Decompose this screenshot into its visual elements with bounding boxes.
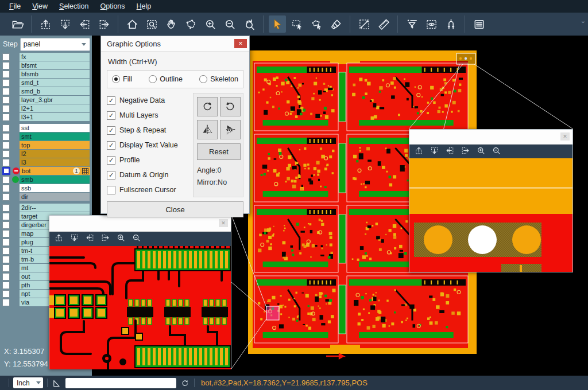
toolbar-overflow-icon[interactable]: ⌄ bbox=[581, 17, 586, 25]
shift-down-icon[interactable] bbox=[56, 15, 74, 33]
grid-icon[interactable] bbox=[82, 168, 88, 174]
set-square-icon[interactable] bbox=[52, 378, 62, 388]
zoom-polygon-icon[interactable] bbox=[182, 15, 199, 33]
zoom-view-left[interactable] bbox=[49, 246, 231, 369]
layer-row-layer_3.gbr[interactable]: layer_3.gbr bbox=[0, 96, 92, 104]
layer-checkbox-map[interactable] bbox=[2, 230, 10, 237]
shift-right-icon[interactable] bbox=[95, 15, 113, 33]
layer-row-smd_b[interactable]: smd_b bbox=[0, 87, 92, 95]
layer-checkbox-out[interactable] bbox=[2, 273, 10, 280]
layer-name[interactable]: ssb bbox=[20, 184, 90, 192]
rotate-ccw-button[interactable] bbox=[220, 97, 241, 116]
layer-checkbox-pth[interactable] bbox=[2, 282, 10, 289]
menu-item-selection[interactable]: Selection bbox=[53, 1, 94, 11]
layer-checkbox-smd_b[interactable] bbox=[2, 88, 10, 95]
layer-checkbox-bfsmb[interactable] bbox=[2, 71, 10, 78]
layer-name[interactable]: sst bbox=[20, 124, 90, 132]
option-fullscreen-cursor[interactable]: Fullscreen Cursor bbox=[107, 182, 193, 197]
layer-name[interactable]: smd_t bbox=[20, 79, 90, 87]
layer-checkbox-l2[interactable] bbox=[2, 150, 10, 158]
mirror-horizontal-button[interactable] bbox=[197, 120, 218, 139]
layer-row-smb[interactable]: smb bbox=[0, 176, 92, 184]
zoom-in-icon[interactable] bbox=[202, 15, 219, 33]
layer-checkbox-tm-b[interactable] bbox=[2, 256, 10, 263]
checkbox[interactable]: ✓ bbox=[107, 111, 115, 120]
measure-ruler-icon[interactable] bbox=[375, 15, 392, 33]
reset-button[interactable]: Reset bbox=[197, 143, 241, 160]
close-button[interactable]: Close bbox=[107, 201, 243, 217]
layer-name[interactable]: fx bbox=[20, 53, 90, 61]
open-folder-icon[interactable] bbox=[9, 15, 26, 33]
option-multi-layers[interactable]: ✓Multi Layers bbox=[107, 108, 193, 123]
option-step-repeat[interactable]: ✓Step & Repeat bbox=[107, 123, 193, 138]
layer-row-l2+1[interactable]: l2+1 bbox=[0, 104, 92, 112]
layer-row-bfsmt[interactable]: bfsmt bbox=[0, 61, 92, 69]
option-datum-origin[interactable]: ✓Datum & Origin bbox=[107, 167, 193, 182]
layer-name[interactable]: l2+1 bbox=[20, 104, 90, 112]
radio-fill[interactable]: Fill bbox=[112, 75, 132, 83]
layer-checkbox-bfsmt[interactable] bbox=[2, 62, 10, 69]
layer-name[interactable]: dir bbox=[20, 193, 90, 201]
snap-icon[interactable] bbox=[442, 15, 459, 33]
layer-row-smd_t[interactable]: smd_t bbox=[0, 79, 92, 87]
layer-checkbox-plug[interactable] bbox=[2, 239, 10, 246]
checkbox[interactable]: ✓ bbox=[107, 171, 115, 180]
layer-row-l2[interactable]: l2 bbox=[0, 150, 92, 158]
layer-checkbox-target[interactable] bbox=[2, 213, 10, 220]
shift-left-icon[interactable] bbox=[76, 15, 93, 33]
shift-up-icon[interactable] bbox=[414, 146, 424, 158]
layer-checkbox-smb[interactable] bbox=[2, 176, 10, 184]
layer-checkbox-via[interactable] bbox=[2, 299, 10, 306]
layer-row-sst[interactable]: sst bbox=[0, 124, 92, 132]
shift-right-icon[interactable] bbox=[100, 233, 110, 245]
layer-checkbox-layer_3.gbr[interactable] bbox=[2, 96, 10, 104]
layer-list-icon[interactable] bbox=[470, 15, 488, 33]
layer-checkbox-smt[interactable] bbox=[2, 133, 10, 141]
zoom-previous-icon[interactable] bbox=[241, 15, 258, 33]
layer-row-fx[interactable]: fx bbox=[0, 53, 92, 61]
layer-checkbox-l3+1[interactable] bbox=[2, 114, 10, 121]
checkbox[interactable]: ✓ bbox=[107, 126, 115, 135]
checkbox[interactable]: ✓ bbox=[107, 141, 115, 150]
layer-checkbox-l2+1[interactable] bbox=[2, 105, 10, 112]
layer-name[interactable]: bot1 bbox=[20, 167, 90, 175]
menu-item-options[interactable]: Options bbox=[94, 1, 130, 11]
zoom-in-icon[interactable] bbox=[476, 146, 486, 158]
layer-row-2dir--[interactable]: 2dir-- bbox=[0, 204, 92, 212]
layer-row-ssb[interactable]: ssb bbox=[0, 184, 92, 192]
layer-row-l3[interactable]: l3 bbox=[0, 158, 92, 166]
option-negative-data[interactable]: ✓Negative Data bbox=[107, 93, 193, 108]
layer-name[interactable]: l2 bbox=[20, 150, 90, 158]
layer-checkbox-sst[interactable] bbox=[2, 124, 10, 132]
layer-checkbox-smd_t[interactable] bbox=[2, 79, 10, 87]
zoom-out-icon[interactable] bbox=[221, 15, 238, 33]
close-icon[interactable]: ✕ bbox=[219, 219, 228, 227]
menu-item-file[interactable]: File bbox=[3, 1, 26, 11]
radio-outline[interactable]: Outline bbox=[149, 75, 183, 83]
checkbox[interactable] bbox=[107, 186, 115, 194]
layer-name[interactable]: smt bbox=[20, 132, 90, 141]
layer-checkbox-tm-t[interactable] bbox=[2, 247, 10, 255]
menu-item-view[interactable]: View bbox=[26, 1, 53, 11]
layer-row-top[interactable]: top bbox=[0, 141, 92, 149]
zoom-out-icon[interactable] bbox=[492, 146, 501, 158]
view-options-icon[interactable] bbox=[423, 15, 440, 33]
layer-row-dir[interactable]: dir bbox=[0, 193, 92, 201]
close-icon[interactable]: ✕ bbox=[560, 132, 570, 141]
pan-hand-icon[interactable] bbox=[163, 15, 180, 33]
layer-name[interactable]: 2dir-- bbox=[20, 204, 90, 212]
shift-down-icon[interactable] bbox=[430, 146, 439, 158]
select-polygon-icon[interactable] bbox=[308, 15, 325, 33]
option-profile[interactable]: ✓Profile bbox=[107, 153, 193, 167]
layer-checkbox-bot[interactable] bbox=[2, 167, 10, 175]
checkbox[interactable]: ✓ bbox=[107, 96, 115, 105]
zoom-out-icon[interactable] bbox=[131, 233, 141, 245]
layer-row-bot[interactable]: bot1 bbox=[0, 167, 92, 175]
radio-skeleton[interactable]: Skeleton bbox=[199, 75, 238, 83]
layer-name[interactable]: smb bbox=[20, 176, 90, 184]
layer-checkbox-dirgerber[interactable] bbox=[2, 221, 10, 229]
layer-name[interactable]: bfsmb bbox=[20, 70, 90, 78]
layer-name[interactable]: layer_3.gbr bbox=[20, 96, 90, 104]
dialog-titlebar[interactable]: Graphic Options ✕ bbox=[101, 36, 249, 52]
layer-checkbox-dir[interactable] bbox=[2, 193, 10, 201]
